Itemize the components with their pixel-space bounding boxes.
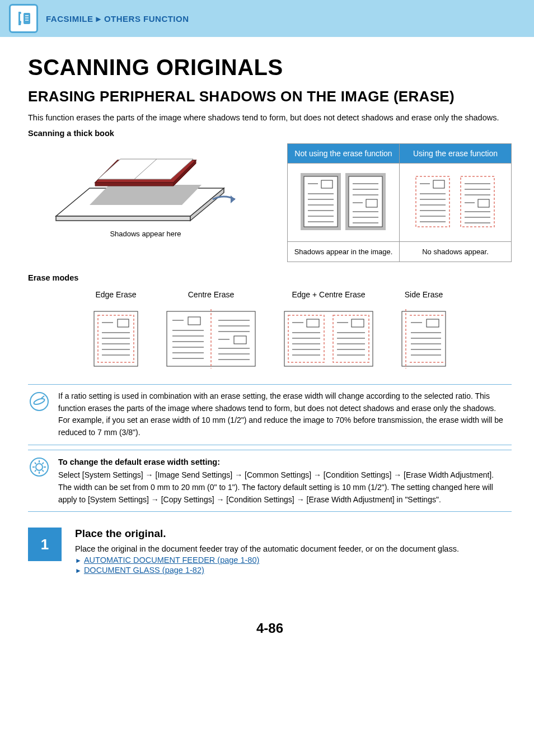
mode-diagram-centre [163, 308, 259, 370]
mode-label-side: Side Erase [399, 290, 449, 299]
section-title: ERASING PERIPHERAL SHADOWS ON THE IMAGE … [28, 88, 512, 105]
page-title: SCANNING ORIGINALS [28, 55, 512, 80]
svg-marker-9 [95, 183, 174, 186]
svg-line-121 [35, 470, 36, 472]
link-auto-feeder[interactable]: AUTOMATIC DOCUMENT FEEDER (page 1-80) [84, 556, 259, 564]
mode-label-edge-centre: Edge + Centre Erase [281, 290, 376, 299]
book-caption: Shadows appear here [28, 230, 263, 238]
intro-paragraph: This function erases the parts of the im… [28, 112, 512, 124]
compare-head-no-erase: Not using the erase function [288, 143, 400, 163]
mode-diagram-edge [91, 308, 141, 370]
section-icon [9, 4, 38, 33]
link-arrow-icon: ► [75, 567, 82, 575]
step-title: Place the original. [75, 528, 459, 540]
note-settings-p1: Select [System Settings] → [Image Send S… [58, 469, 508, 482]
header-bar: FACSIMILE►OTHERS FUNCTION [0, 0, 534, 37]
compare-image-no-erase [288, 163, 400, 241]
breadcrumb[interactable]: FACSIMILE►OTHERS FUNCTION [46, 14, 189, 24]
breadcrumb-section[interactable]: FACSIMILE [46, 14, 93, 24]
svg-marker-7 [90, 185, 202, 205]
svg-rect-81 [284, 311, 373, 366]
settings-icon [28, 456, 50, 506]
svg-rect-54 [94, 311, 138, 366]
breadcrumb-subsection[interactable]: OTHERS FUNCTION [104, 14, 189, 24]
svg-line-119 [43, 470, 44, 472]
breadcrumb-separator-icon: ► [95, 14, 103, 24]
note-info-p1: If a ratio setting is used in combinatio… [58, 390, 508, 414]
note-info: If a ratio setting is used in combinatio… [28, 384, 512, 445]
note-settings-heading: To change the default erase width settin… [58, 456, 508, 468]
erase-modes-label: Erase modes [28, 273, 512, 282]
compare-head-erase: Using the erase function [400, 143, 512, 163]
scanning-caption: Scanning a thick book [28, 129, 512, 138]
mode-diagram-edge-centre [281, 308, 376, 370]
erase-modes-row: Edge Erase Centre Erase [28, 290, 512, 370]
note-settings-p2: The width can be set from 0 mm to 20 mm … [58, 482, 508, 506]
page-number: 4-86 [28, 620, 512, 636]
svg-rect-0 [24, 13, 30, 24]
svg-line-118 [35, 463, 36, 464]
svg-point-110 [33, 398, 45, 405]
svg-line-120 [43, 463, 44, 464]
link-arrow-icon: ► [75, 557, 82, 564]
mode-label-centre: Centre Erase [163, 290, 259, 299]
step-body-text: Place the original in the document feede… [75, 544, 459, 553]
info-icon [28, 390, 50, 439]
compare-image-erase [400, 163, 512, 241]
mode-diagram-side [399, 308, 449, 370]
link-document-glass[interactable]: DOCUMENT GLASS (page 1-82) [84, 566, 204, 575]
step-1: 1 Place the original. Place the original… [28, 528, 512, 576]
mode-label-edge: Edge Erase [91, 290, 141, 299]
note-info-p2: For example, if you set an erase width o… [58, 414, 508, 438]
note-settings: To change the default erase width settin… [28, 450, 512, 512]
svg-point-113 [36, 464, 43, 470]
compare-caption-no-erase: Shadows appear in the image. [288, 241, 400, 262]
svg-rect-14 [302, 175, 339, 228]
thick-book-diagram [45, 143, 246, 227]
svg-point-109 [30, 393, 48, 410]
svg-marker-5 [56, 216, 190, 221]
svg-rect-25 [347, 175, 384, 228]
svg-line-111 [41, 396, 44, 398]
svg-marker-13 [231, 195, 235, 203]
compare-table: Not using the erase function Using the e… [287, 143, 512, 262]
compare-caption-erase: No shadows appear. [400, 241, 512, 262]
step-number: 1 [28, 528, 62, 561]
